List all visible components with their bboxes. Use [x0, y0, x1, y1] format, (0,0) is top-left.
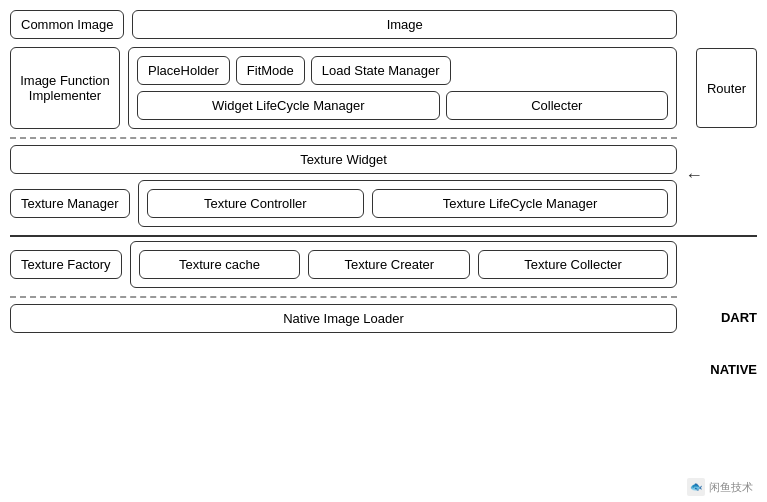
texture-inner-group: Texture Controller Texture LifeCycle Man… — [138, 180, 677, 227]
dashed-separator-2 — [10, 296, 757, 298]
texture-controller-box: Texture Controller — [147, 189, 365, 218]
inner-bottom-row: Widget LifeCycle Manager Collecter — [137, 91, 668, 120]
texture-collecter-box: Texture Collecter — [478, 250, 668, 279]
texture-widget-label: Texture Widget — [300, 152, 387, 167]
diagram: Common Image Image Image FunctionImpleme… — [0, 0, 767, 502]
row3: Texture Widget — [10, 145, 757, 174]
texture-creater-box: Texture Creater — [308, 250, 470, 279]
texture-creater-label: Texture Creater — [345, 257, 435, 272]
load-state-manager-box: Load State Manager — [311, 56, 451, 85]
watermark-area: 🐟 闲鱼技术 — [687, 478, 753, 496]
row6: Native Image Loader — [10, 304, 757, 333]
image-label: Image — [387, 17, 423, 32]
texture-cache-label: Texture cache — [179, 257, 260, 272]
placeholder-label: PlaceHolder — [148, 63, 219, 78]
solid-separator — [10, 235, 757, 237]
watermark-text: 闲鱼技术 — [709, 480, 753, 495]
collecter-box: Collecter — [446, 91, 668, 120]
router-box: Router — [696, 48, 757, 128]
row1: Common Image Image — [10, 10, 757, 39]
texture-manager-box: Texture Manager — [10, 189, 130, 218]
row2: Image FunctionImplementer PlaceHolder Fi… — [10, 47, 757, 129]
texture-factory-box: Texture Factory — [10, 250, 122, 279]
texture-controller-label: Texture Controller — [204, 196, 307, 211]
row4: Texture Manager Texture Controller Textu… — [10, 180, 757, 227]
router-area: Router — [696, 48, 757, 128]
dashed-separator-1 — [10, 137, 757, 139]
texture-cache-box: Texture cache — [139, 250, 301, 279]
widget-lifecycle-box: Widget LifeCycle Manager — [137, 91, 440, 120]
image-function-implementer-label: Image FunctionImplementer — [20, 73, 110, 103]
texture-factory-label: Texture Factory — [21, 257, 111, 272]
common-image-box: Common Image — [10, 10, 124, 39]
texture-manager-label: Texture Manager — [21, 196, 119, 211]
row5: Texture Factory Texture cache Texture Cr… — [10, 241, 757, 288]
load-state-manager-label: Load State Manager — [322, 63, 440, 78]
texture-lifecycle-label: Texture LifeCycle Manager — [443, 196, 598, 211]
router-label: Router — [707, 81, 746, 96]
image-box: Image — [132, 10, 677, 39]
native-label: NATIVE — [710, 362, 757, 377]
texture-lifecycle-box: Texture LifeCycle Manager — [372, 189, 668, 218]
inner-group: PlaceHolder FitMode Load State Manager W… — [128, 47, 677, 129]
texture-collecter-label: Texture Collecter — [524, 257, 622, 272]
watermark-icon: 🐟 — [687, 478, 705, 496]
widget-lifecycle-label: Widget LifeCycle Manager — [212, 98, 364, 113]
inner-top-row: PlaceHolder FitMode Load State Manager — [137, 56, 668, 85]
fitmode-label: FitMode — [247, 63, 294, 78]
image-function-implementer-box: Image FunctionImplementer — [10, 47, 120, 129]
texture-native-group: Texture cache Texture Creater Texture Co… — [130, 241, 677, 288]
placeholder-box: PlaceHolder — [137, 56, 230, 85]
native-image-loader-label: Native Image Loader — [283, 311, 404, 326]
native-image-loader-box: Native Image Loader — [10, 304, 677, 333]
common-image-label: Common Image — [21, 17, 113, 32]
collecter-label: Collecter — [531, 98, 582, 113]
fitmode-box: FitMode — [236, 56, 305, 85]
texture-widget-box: Texture Widget — [10, 145, 677, 174]
dart-label: DART — [721, 310, 757, 325]
router-arrow: ← — [685, 165, 703, 186]
